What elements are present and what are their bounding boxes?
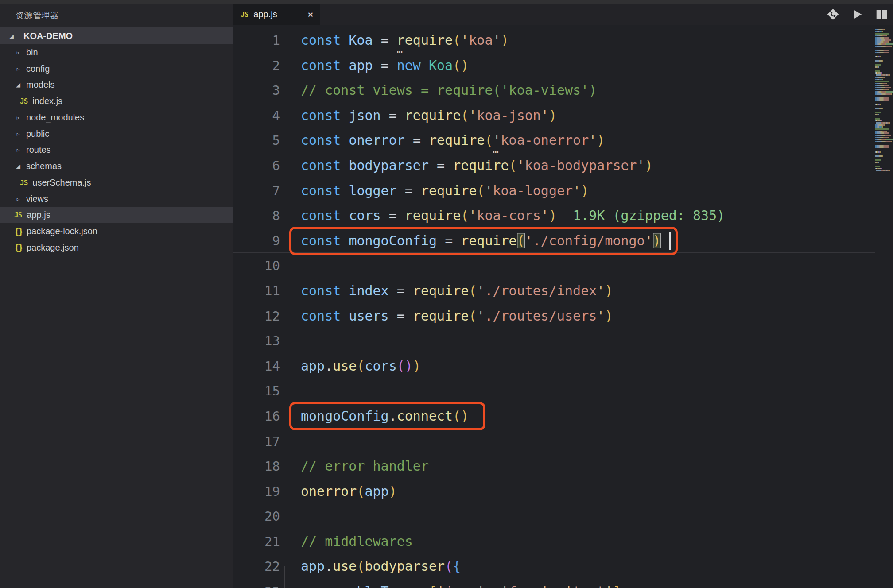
- line-number: 5: [233, 128, 280, 153]
- token-op: =: [381, 58, 397, 73]
- code-line[interactable]: onerror(app): [301, 479, 725, 504]
- code-editor[interactable]: 1234567891011121314151617181920212223 co…: [233, 25, 893, 588]
- token-op: =: [397, 283, 413, 298]
- split-editor-icon[interactable]: [876, 8, 888, 20]
- minimap-line: [875, 77, 893, 78]
- token-p1: (: [477, 183, 485, 198]
- token-var: cors: [365, 358, 397, 374]
- code-line[interactable]: // middlewares: [301, 529, 725, 554]
- token-op: =: [397, 308, 413, 324]
- run-icon[interactable]: [851, 8, 863, 20]
- file-label: schemas: [26, 161, 62, 171]
- sidebar-item-config[interactable]: ▹config: [0, 61, 233, 77]
- code-line[interactable]: const cors = require('koa-cors') 1.9K (g…: [301, 203, 725, 228]
- git-compare-icon[interactable]: [827, 8, 839, 20]
- token-q: ': [469, 108, 477, 123]
- token-q: ': [597, 308, 605, 324]
- sidebar-item-app-js[interactable]: JSapp.js: [0, 207, 233, 224]
- minimap-line: [875, 46, 893, 47]
- minimap-line: [875, 164, 893, 165]
- code-line[interactable]: const json = require('koa-json'): [301, 103, 725, 128]
- code-line[interactable]: [301, 429, 725, 454]
- code-line[interactable]: const users = require('./routes/users'): [301, 304, 725, 329]
- sidebar-item-bin[interactable]: ▹bin: [0, 44, 233, 61]
- token-p1: (: [357, 558, 365, 574]
- token-p1: (: [469, 308, 477, 324]
- token-var: app: [365, 484, 389, 499]
- code-line[interactable]: enableTypes:['json', 'form', 'text']: [301, 579, 725, 588]
- close-icon[interactable]: ×: [308, 9, 313, 20]
- line-number: 7: [233, 178, 280, 204]
- sidebar-item-public[interactable]: ▹public: [0, 126, 233, 142]
- text-cursor: [669, 232, 671, 250]
- file-label: routes: [26, 145, 51, 155]
- minimap-line: [875, 158, 893, 159]
- minimap-line: [875, 74, 893, 76]
- tab-app-js[interactable]: JS app.js ×: [233, 4, 320, 25]
- code-line[interactable]: app.use(cors()): [301, 354, 725, 379]
- code-line[interactable]: const bodyparser = require('koa-bodypars…: [301, 153, 725, 178]
- explorer-header: 资源管理器: [0, 4, 233, 27]
- token-var: Koa: [349, 32, 380, 48]
- minimap-line: [875, 114, 893, 115]
- code-line[interactable]: const logger = require('koa-logger'): [301, 178, 725, 204]
- sidebar-item-models[interactable]: ◢models: [0, 77, 233, 93]
- token-p1: (: [485, 132, 493, 148]
- sidebar-item-schemas[interactable]: ◢schemas: [0, 158, 233, 174]
- sidebar-item-userschema-js[interactable]: JSuserSchema.js: [0, 174, 233, 191]
- line-number: 6: [233, 153, 280, 178]
- code-line[interactable]: // error handler: [301, 454, 725, 479]
- sidebar-item-package-json[interactable]: {}package.json: [0, 240, 233, 256]
- code-line[interactable]: const app = new Koa(): [301, 53, 725, 78]
- token-op: ,: [549, 584, 565, 588]
- minimap-line: [875, 170, 893, 171]
- minimap-line: [875, 135, 893, 136]
- minimap-line: [875, 126, 893, 128]
- sidebar-item-node-modules[interactable]: ▹node_modules: [0, 109, 233, 126]
- code-line[interactable]: app.use(bodyparser({: [301, 554, 725, 579]
- token-kw: const: [301, 158, 349, 173]
- code-line[interactable]: const onerror = require('koa-onerror'): [301, 128, 725, 153]
- file-label: package-lock.json: [27, 226, 97, 236]
- token-q: ': [437, 584, 445, 588]
- token-cls: Koa: [429, 58, 453, 73]
- minimap-line: [875, 155, 893, 157]
- sidebar-item-views[interactable]: ▹views: [0, 191, 233, 207]
- minimap-line: [875, 66, 893, 67]
- sidebar-item-package-lock-json[interactable]: {}package-lock.json: [0, 223, 233, 240]
- code-line[interactable]: const index = require('./routes/index'): [301, 279, 725, 304]
- token-fn: bodyparser: [365, 558, 445, 574]
- token-p1: [: [429, 584, 437, 588]
- token-var: bodyparser: [349, 158, 437, 173]
- code-line[interactable]: [301, 253, 725, 279]
- token-p1: (): [453, 58, 469, 73]
- minimap[interactable]: [875, 29, 893, 172]
- token-p1: ): [597, 132, 605, 148]
- minimap-line: [875, 131, 893, 132]
- js-file-icon: JS: [20, 97, 27, 105]
- line-number: 12: [233, 304, 280, 329]
- sidebar-item-koa-demo-root[interactable]: ◢ KOA-DEMO: [0, 27, 233, 44]
- code-area[interactable]: const Koa = require('koa')const app = ne…: [301, 28, 725, 588]
- token-p1: ): [581, 183, 589, 198]
- sidebar-item-index-js[interactable]: JSindex.js: [0, 93, 233, 109]
- js-file-icon: JS: [20, 178, 27, 187]
- token-var: cors: [349, 208, 388, 223]
- minimap-line: [875, 137, 893, 138]
- token-op: =: [413, 132, 429, 148]
- code-line[interactable]: [301, 379, 725, 404]
- code-line[interactable]: const Koa = require('koa'): [301, 28, 725, 53]
- token-str: koa-json: [477, 108, 541, 123]
- file-label: bin: [26, 47, 38, 58]
- minimap-line: [875, 56, 893, 57]
- annotation-box-line-16: [289, 402, 485, 430]
- token-str: koa-cors: [477, 208, 541, 223]
- code-line[interactable]: // const views = require('koa-views'): [301, 78, 725, 103]
- sidebar-item-routes[interactable]: ▹routes: [0, 142, 233, 159]
- code-line[interactable]: [301, 504, 725, 529]
- token-p1: ): [413, 358, 421, 374]
- code-line[interactable]: [301, 329, 725, 354]
- token-q: ': [493, 32, 501, 48]
- js-file-icon: JS: [14, 211, 22, 219]
- token-str: koa-onerror: [501, 132, 589, 148]
